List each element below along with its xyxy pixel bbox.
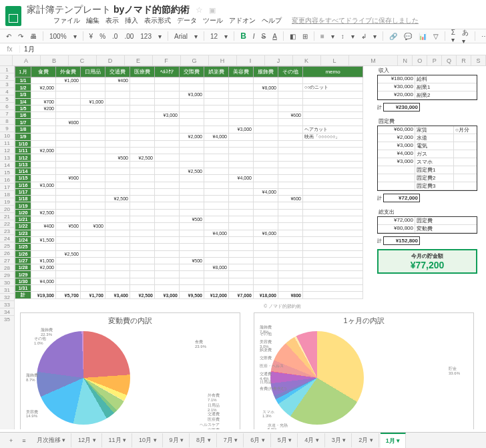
col-J[interactable]: J (265, 55, 293, 66)
tab-11月[interactable]: 11月 ▾ (103, 433, 133, 447)
zoom-select[interactable]: 100% (47, 33, 69, 40)
col-Q[interactable]: Q (442, 55, 457, 66)
more-icon[interactable]: ⋯ (479, 33, 486, 40)
col-N[interactable]: N (398, 55, 413, 66)
col-M[interactable]: M (349, 55, 399, 66)
row-28[interactable]: 28 (0, 264, 15, 272)
tab-1月[interactable]: 1月 ▾ (381, 433, 407, 448)
link-icon[interactable]: 🔗 (387, 33, 399, 40)
row-10[interactable]: 10 (0, 132, 15, 140)
col-S[interactable]: S (471, 55, 486, 66)
menu-ツール[interactable]: ツール (203, 16, 223, 25)
menu-ファイル[interactable]: ファイル (53, 16, 80, 25)
row-33[interactable]: 33 (0, 301, 15, 308)
col-I[interactable]: I (237, 55, 265, 66)
expense-table[interactable]: 1月食費外食費日用品交通費医療費ﾍﾙｽｹｱ交際費娯楽費美容費服飾費その他memo… (15, 66, 363, 299)
row-11[interactable]: 11 (0, 140, 15, 147)
doc-title[interactable]: 家計簿テンプレート byノマド的節約術 (27, 4, 190, 15)
col-L[interactable]: L (321, 55, 349, 66)
row-35[interactable]: 35 (0, 316, 15, 429)
col-C[interactable]: C (69, 55, 97, 66)
star-icon[interactable]: ☆ (196, 5, 203, 15)
menu-ヘルプ[interactable]: ヘルプ (262, 16, 282, 25)
row-12[interactable]: 12 (0, 147, 15, 154)
align-icon[interactable]: ≡ (318, 33, 326, 40)
row-1[interactable]: 1 (0, 66, 15, 73)
row-3[interactable]: 3 (0, 81, 15, 88)
bold-button[interactable]: B (238, 31, 248, 41)
row-2[interactable]: 2 (0, 73, 15, 81)
row-9[interactable]: 9 (0, 125, 15, 132)
row-13[interactable]: 13 (0, 154, 15, 162)
menu-表示[interactable]: 表示 (105, 16, 119, 25)
variable-cost-chart[interactable]: 変動費の内訳 食費23.9% 外食費7.1% 日用品2.1% 交通費 医療費 ヘ… (20, 312, 240, 429)
border-icon[interactable]: ⊞ (300, 33, 310, 40)
comment-icon[interactable]: 💬 (402, 33, 414, 40)
row-32[interactable]: 32 (0, 294, 15, 301)
menu-データ[interactable]: データ (177, 16, 197, 25)
row-20[interactable]: 20 (0, 206, 15, 213)
strike-button[interactable]: S (260, 33, 268, 40)
tab-月次推移[interactable]: 月次推移 ▾ (31, 433, 72, 447)
row-29[interactable]: 29 (0, 272, 15, 279)
add-sheet-button[interactable]: + (5, 435, 17, 447)
col-P[interactable]: P (427, 55, 442, 66)
row-8[interactable]: 8 (0, 118, 15, 125)
filter-icon[interactable]: ▽ (431, 33, 441, 40)
undo-icon[interactable]: ↶ (4, 33, 13, 40)
row-18[interactable]: 18 (0, 191, 15, 198)
row-4[interactable]: 4 (0, 88, 15, 95)
wrap-icon[interactable]: ↲ (359, 33, 369, 40)
col-O[interactable]: O (413, 55, 427, 66)
col-H[interactable]: H (209, 55, 237, 66)
row-21[interactable]: 21 (0, 213, 15, 220)
italic-button[interactable]: I (251, 33, 257, 40)
row-17[interactable]: 17 (0, 184, 15, 191)
col-F[interactable]: F (153, 55, 181, 66)
col-G[interactable]: G (181, 55, 209, 66)
col-D[interactable]: D (97, 55, 125, 66)
tab-5月[interactable]: 5月 ▾ (272, 433, 298, 447)
col-A[interactable]: A (13, 55, 41, 66)
currency-format[interactable]: ¥ (87, 33, 95, 40)
row-26[interactable]: 26 (0, 250, 15, 257)
col-K[interactable]: K (293, 55, 321, 66)
tab-2月[interactable]: 2月 ▾ (353, 433, 379, 447)
tab-4月[interactable]: 4月 ▾ (299, 433, 325, 447)
row-5[interactable]: 5 (0, 95, 15, 103)
row-7[interactable]: 7 (0, 110, 15, 118)
menu-アドオン[interactable]: アドオン (229, 16, 256, 25)
row-15[interactable]: 15 (0, 169, 15, 176)
print-icon[interactable]: 🖶 (28, 33, 39, 40)
row-24[interactable]: 24 (0, 235, 15, 242)
tab-10月[interactable]: 10月 ▾ (134, 433, 163, 447)
percent-format[interactable]: % (97, 33, 107, 40)
col-B[interactable]: B (41, 55, 69, 66)
font-size[interactable]: 12 (208, 33, 220, 40)
menu-編集[interactable]: 編集 (86, 16, 99, 25)
row-25[interactable]: 25 (0, 242, 15, 250)
row-31[interactable]: 31 (0, 286, 15, 294)
col-R[interactable]: R (457, 55, 471, 66)
tab-12月[interactable]: 12月 ▾ (73, 433, 102, 447)
text-color-button[interactable]: A (270, 33, 279, 40)
monthly-breakdown-chart[interactable]: 1ヶ月の内訳 貯金33.6% 家賃26.1% 水道・光熱5.9% スマホ1.3%… (254, 312, 474, 429)
row-34[interactable]: 34 (0, 308, 15, 316)
font-select[interactable]: Arial (172, 33, 190, 40)
menu-挿入[interactable]: 挿入 (125, 16, 138, 25)
col-E[interactable]: E (125, 55, 153, 66)
row-19[interactable]: 19 (0, 198, 15, 206)
row-27[interactable]: 27 (0, 257, 15, 264)
row-23[interactable]: 23 (0, 228, 15, 235)
row-6[interactable]: 6 (0, 103, 15, 110)
all-sheets-button[interactable]: ≡ (18, 435, 29, 447)
tab-6月[interactable]: 6月 ▾ (245, 433, 271, 447)
tab-3月[interactable]: 3月 ▾ (326, 433, 352, 447)
tab-8月[interactable]: 8月 ▾ (191, 433, 217, 447)
tab-7月[interactable]: 7月 ▾ (218, 433, 244, 447)
number-format[interactable]: 123 (138, 33, 154, 40)
valign-icon[interactable]: ↕ (339, 33, 346, 40)
row-16[interactable]: 16 (0, 176, 15, 184)
fill-icon[interactable]: ◧ (288, 33, 298, 40)
row-14[interactable]: 14 (0, 162, 15, 169)
